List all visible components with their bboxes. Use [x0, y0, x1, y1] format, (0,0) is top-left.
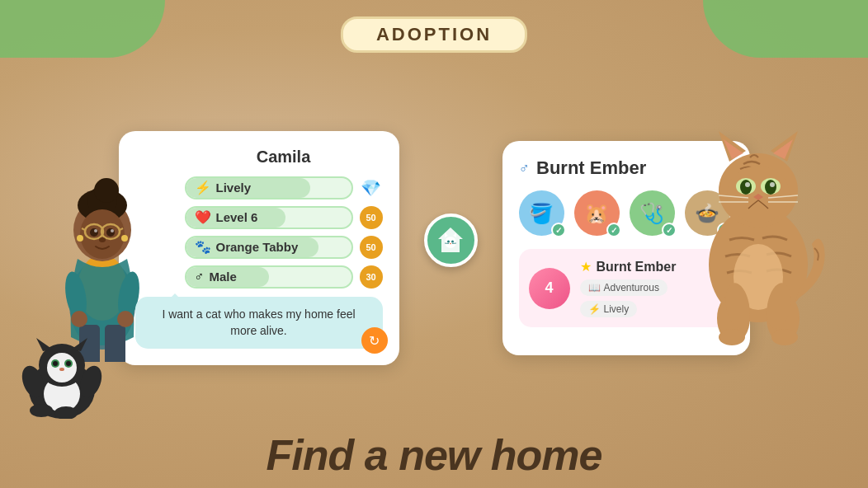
adopt-button[interactable]: [424, 214, 478, 267]
star-icon: ★: [580, 259, 592, 274]
adopt-icon: [435, 224, 466, 256]
small-cat-svg: [17, 336, 107, 419]
cat-image: [684, 116, 833, 347]
social-icon: 🐹: [584, 202, 609, 225]
trait-icon-water: 🪣 ✓: [519, 190, 564, 236]
svg-point-21: [111, 229, 114, 232]
lightning-icon: ⚡: [588, 303, 601, 315]
right-panel: ♂ Burnt Ember 🪣 ✓ 🐹 ✓ 🩺 ✓ 🍲 ✓: [502, 141, 750, 355]
stat-icon: 🐾: [195, 239, 211, 255]
stat-label: Lively: [216, 181, 252, 195]
gender-icon: ♂: [519, 160, 531, 177]
adoption-title: ADOPTION: [376, 24, 492, 45]
svg-point-68: [53, 361, 58, 366]
cat-name: Burnt Ember: [536, 157, 646, 179]
check-water: ✓: [551, 223, 566, 237]
check-health: ✓: [662, 223, 677, 237]
corner-decoration-right: [703, 0, 868, 58]
svg-point-69: [66, 361, 71, 366]
stat-badge: 50: [360, 236, 383, 259]
svg-point-52: [745, 182, 750, 187]
stat-row: ❤️Level 650: [185, 206, 383, 229]
svg-marker-64: [36, 338, 53, 351]
stat-bar: ❤️Level 6: [185, 206, 353, 229]
svg-point-40: [719, 329, 745, 345]
stat-badge: 💎: [360, 176, 383, 199]
svg-point-6: [71, 311, 87, 327]
trait-tag-adventurous: 📖 Adventurous: [580, 279, 668, 296]
corner-decoration-left: [0, 0, 165, 58]
heart-number: 4: [545, 279, 553, 297]
stat-label: Orange Tabby: [216, 240, 299, 254]
left-panel-title: Camila: [185, 148, 383, 167]
speech-text: I want a cat who makes my home feel more…: [149, 307, 370, 339]
bottom-cat-decoration: [17, 336, 107, 430]
speech-bubble: I want a cat who makes my home feel more…: [135, 297, 383, 349]
svg-point-70: [59, 368, 64, 371]
stat-row: ⚡Lively💎: [185, 176, 383, 199]
stat-label: Male: [210, 270, 237, 284]
stat-bar: ♂Male: [185, 265, 353, 289]
corner-inner-left: [0, 0, 165, 58]
svg-point-51: [765, 180, 776, 195]
svg-line-33: [452, 243, 456, 244]
corner-inner-right: [703, 0, 868, 58]
lively-label: Lively: [604, 303, 630, 315]
cat-info-name-text: Burnt Ember: [597, 260, 677, 274]
find-home-text: Find a new home: [0, 430, 868, 480]
svg-point-11: [94, 178, 119, 203]
svg-point-50: [740, 180, 752, 195]
stat-badge: 30: [360, 265, 383, 289]
trait-tag-lively: ⚡ Lively: [580, 301, 638, 317]
svg-point-7: [117, 311, 134, 327]
trait-icon-health: 🩺 ✓: [630, 190, 675, 236]
svg-point-18: [90, 228, 98, 237]
left-panel: Camila ⚡Lively💎❤️Level 650🐾Orange Tabby5…: [119, 131, 399, 365]
book-icon: 📖: [588, 282, 601, 293]
main-content: Camila ⚡Lively💎❤️Level 650🐾Orange Tabby5…: [0, 58, 868, 422]
check-social: ✓: [606, 223, 621, 237]
svg-point-30: [451, 241, 454, 243]
svg-point-22: [99, 237, 106, 242]
svg-point-24: [121, 235, 128, 242]
svg-point-28: [445, 237, 456, 248]
heart-badge: 4: [529, 268, 570, 309]
stat-row: ♂Male30: [185, 265, 383, 289]
adventurous-label: Adventurous: [604, 282, 659, 293]
stat-icon: ❤️: [195, 209, 211, 225]
trait-icon-social: 🐹 ✓: [574, 190, 620, 236]
svg-point-23: [77, 235, 83, 242]
stat-icon: ⚡: [195, 180, 211, 195]
stat-bar: ⚡Lively: [185, 176, 353, 199]
water-icon: 🪣: [529, 202, 554, 225]
svg-point-20: [94, 229, 97, 232]
svg-marker-65: [71, 338, 87, 351]
refresh-button[interactable]: ↻: [361, 327, 388, 354]
stat-bar: 🐾Orange Tabby: [185, 236, 353, 259]
svg-line-32: [445, 243, 449, 244]
stat-badge: 50: [360, 206, 383, 229]
svg-rect-3: [105, 325, 125, 362]
adoption-banner: ADOPTION: [341, 16, 527, 53]
svg-point-60: [30, 404, 53, 417]
svg-point-19: [106, 228, 115, 237]
health-icon: 🩺: [639, 202, 664, 225]
svg-point-53: [770, 182, 775, 187]
stats-container: ⚡Lively💎❤️Level 650🐾Orange Tabby50♂Male3…: [185, 176, 383, 289]
stat-row: 🐾Orange Tabby50: [185, 236, 383, 259]
svg-point-31: [450, 243, 451, 245]
adopt-center: [424, 214, 478, 267]
svg-point-29: [447, 241, 450, 243]
cat-svg: [684, 116, 833, 347]
stat-icon: ♂: [195, 270, 205, 284]
stat-label: Level 6: [216, 210, 258, 224]
svg-point-41: [771, 329, 798, 345]
